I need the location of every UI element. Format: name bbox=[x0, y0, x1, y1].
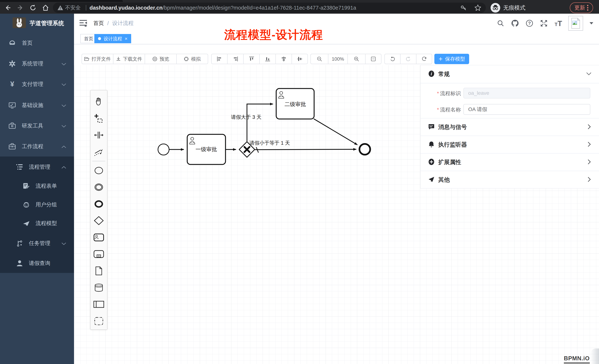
browser-update-button[interactable]: 更新 bbox=[570, 2, 593, 13]
sidebar-item-home[interactable]: 首页 bbox=[0, 34, 74, 52]
collapse-sidebar-icon[interactable] bbox=[79, 19, 87, 27]
redo-button[interactable] bbox=[400, 54, 416, 64]
create-participant-icon[interactable] bbox=[90, 296, 107, 313]
create-data-store-icon[interactable] bbox=[90, 279, 107, 296]
end-event[interactable] bbox=[360, 144, 370, 155]
simulate-button[interactable]: 模拟 bbox=[176, 54, 208, 64]
password-key-icon[interactable] bbox=[460, 4, 467, 11]
caret-down-icon[interactable] bbox=[589, 19, 594, 28]
section-other[interactable]: 其他 bbox=[421, 171, 599, 188]
send-plane-icon bbox=[428, 176, 435, 184]
font-size-icon[interactable]: TT bbox=[554, 19, 563, 28]
flow-gateway-to-end[interactable] bbox=[255, 149, 356, 150]
space-tool-icon[interactable] bbox=[90, 127, 107, 144]
create-intermediate-event-icon[interactable] bbox=[90, 179, 107, 196]
app-logo-row[interactable]: 芋道管理系统 bbox=[0, 14, 74, 33]
flow-label-gt[interactable]: 请假大于 3 天 bbox=[231, 114, 261, 120]
align-center-v-icon bbox=[297, 56, 302, 62]
align-center-v-button[interactable] bbox=[292, 54, 308, 64]
help-icon[interactable]: ? bbox=[525, 19, 534, 28]
back-icon[interactable] bbox=[4, 4, 12, 12]
avatar[interactable] bbox=[568, 16, 583, 31]
zoom-reset-button[interactable] bbox=[365, 54, 381, 64]
create-data-object-icon[interactable] bbox=[90, 262, 107, 279]
chevron-right-icon bbox=[588, 124, 591, 130]
sidebar-item-process-model[interactable]: 流程模型 bbox=[0, 214, 74, 233]
restart-button[interactable] bbox=[416, 54, 432, 64]
sidebar-item-system[interactable]: 系统管理 bbox=[0, 54, 74, 73]
align-right-button[interactable] bbox=[227, 54, 243, 64]
process-key-input[interactable] bbox=[463, 88, 590, 99]
bpmn-io-watermark[interactable]: BPMN.iO bbox=[564, 355, 590, 364]
save-model-button[interactable]: 保存模型 bbox=[434, 54, 469, 64]
section-message-signal[interactable]: 消息与信号 bbox=[421, 118, 599, 136]
align-center-h-button[interactable] bbox=[276, 54, 292, 64]
flow-gateway-to-task2[interactable] bbox=[247, 104, 273, 141]
redo-icon bbox=[405, 56, 411, 62]
browser-toolbar: 不安全 dashboard.yudao.iocoder.cn/bpm/manag… bbox=[0, 2, 599, 14]
start-event[interactable] bbox=[158, 144, 169, 155]
user-task-level1[interactable]: 一级审批 bbox=[187, 134, 226, 164]
url-host: dashboard.yudao.iocoder.cn bbox=[89, 5, 163, 11]
search-icon[interactable] bbox=[496, 19, 505, 28]
zoom-in-button[interactable] bbox=[348, 54, 365, 64]
user-task-level2[interactable]: 二级审批 bbox=[276, 88, 314, 119]
security-label[interactable]: 不安全 bbox=[65, 4, 81, 11]
github-icon[interactable] bbox=[511, 19, 520, 28]
bookmark-star-icon[interactable] bbox=[474, 4, 481, 11]
sidebar-item-leave-query[interactable]: 请假查询 bbox=[0, 254, 74, 272]
address-bar[interactable]: 不安全 dashboard.yudao.iocoder.cn/bpm/manag… bbox=[53, 3, 486, 13]
chevron-down-icon bbox=[62, 61, 66, 67]
section-general[interactable]: i 常规 bbox=[421, 65, 599, 83]
hand-tool-icon[interactable] bbox=[90, 93, 107, 110]
create-gateway-icon[interactable] bbox=[90, 212, 107, 229]
bpmn-diagram[interactable]: 请假大于 3 天 请假小于等于 1 天 一级审批 bbox=[74, 65, 388, 176]
align-left-button[interactable] bbox=[211, 54, 227, 64]
kebab-menu-icon bbox=[587, 5, 589, 11]
chevron-down-icon bbox=[62, 123, 66, 129]
process-name-input[interactable] bbox=[463, 104, 590, 115]
create-end-event-icon[interactable] bbox=[90, 195, 107, 212]
url-path: /bpm/manager/model/design?modelId=e4a1a1… bbox=[163, 5, 356, 11]
flow-task2-to-end[interactable] bbox=[314, 119, 357, 145]
section-extended-attrs[interactable]: 扩展属性 bbox=[421, 153, 599, 171]
create-user-task-icon[interactable] bbox=[90, 229, 107, 246]
global-connect-tool-icon[interactable] bbox=[90, 144, 107, 160]
download-file-button[interactable]: 下载文件 bbox=[113, 54, 145, 64]
breadcrumb: 首页 / 设计流程 bbox=[93, 14, 133, 33]
zoom-out-button[interactable] bbox=[310, 54, 328, 64]
sidebar-item-devtools[interactable]: 研发工具 bbox=[0, 117, 74, 135]
create-start-event-icon[interactable] bbox=[90, 162, 107, 179]
home-icon[interactable] bbox=[41, 4, 50, 12]
field-label: *流程名称 bbox=[421, 106, 461, 113]
tab-design-process[interactable]: 设计流程 × bbox=[94, 34, 131, 43]
undo-button[interactable] bbox=[384, 54, 400, 64]
reload-icon[interactable] bbox=[29, 4, 37, 12]
breadcrumb-home[interactable]: 首页 bbox=[93, 20, 104, 27]
forward-icon[interactable] bbox=[16, 4, 24, 12]
sidebar-item-user-group[interactable]: 用户分组 bbox=[0, 195, 74, 214]
align-center-h-icon bbox=[281, 56, 287, 62]
lasso-tool-icon[interactable] bbox=[90, 110, 107, 127]
sidebar-item-process-mgmt[interactable]: 流程管理 bbox=[0, 158, 74, 176]
create-group-icon[interactable] bbox=[90, 313, 107, 330]
align-bottom-button[interactable] bbox=[260, 54, 276, 64]
sidebar-item-process-form[interactable]: 流程表单 bbox=[0, 177, 74, 195]
gear-icon bbox=[8, 60, 16, 68]
section-execution-listener[interactable]: 执行监听器 bbox=[421, 136, 599, 153]
align-right-icon bbox=[233, 56, 238, 62]
sidebar-item-task-mgmt[interactable]: 任务管理 bbox=[0, 234, 74, 253]
open-file-button[interactable]: 打开文件 bbox=[82, 54, 113, 64]
sidebar-item-workflow[interactable]: 工作流程 bbox=[0, 137, 74, 156]
flow-label-le[interactable]: 请假小于等于 1 天 bbox=[249, 140, 290, 146]
create-subprocess-icon[interactable] bbox=[90, 246, 107, 262]
preview-button[interactable]: 预览 bbox=[145, 54, 176, 64]
sidebar-item-payment[interactable]: ¥ 支付管理 bbox=[0, 75, 74, 93]
update-label: 更新 bbox=[574, 4, 585, 11]
sidebar: 芋道管理系统 首页 系统管理 ¥ 支付管理 基础设施 研发工具 工作 bbox=[0, 14, 74, 364]
close-icon[interactable]: × bbox=[125, 36, 127, 41]
align-top-button[interactable] bbox=[243, 54, 260, 64]
sidebar-item-infra[interactable]: 基础设施 bbox=[0, 96, 74, 115]
required-marker: * bbox=[437, 91, 439, 96]
fullscreen-icon[interactable] bbox=[539, 19, 548, 28]
